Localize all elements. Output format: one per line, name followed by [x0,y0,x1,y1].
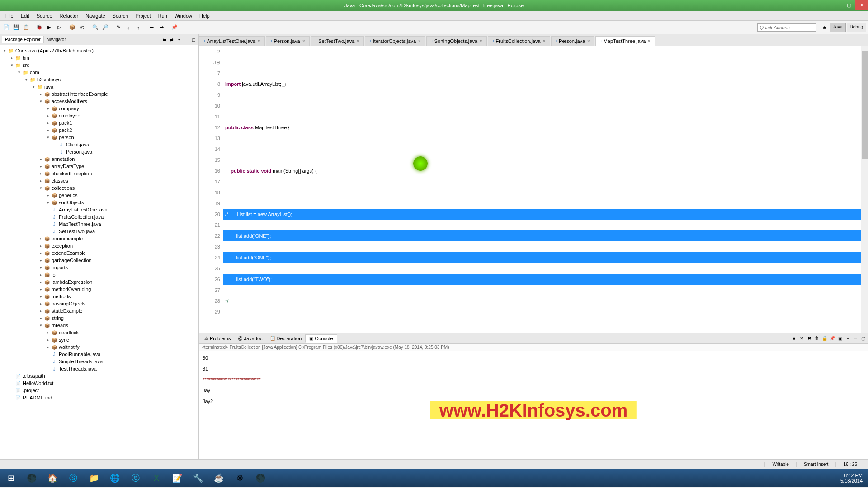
package-explorer-tab[interactable]: Package Explorer [2,36,44,43]
menu-edit[interactable]: Edit [17,12,33,19]
problems-tab[interactable]: ⚠ Problems [201,335,234,342]
scroll-lock-icon[interactable]: 🔒 [821,335,828,342]
quick-access-input[interactable] [757,23,816,32]
tree-access[interactable]: accessModifiers [52,99,87,104]
tree-maptest-java[interactable]: MapTestThree.java [59,221,101,227]
tree-static[interactable]: staticExample [52,308,82,314]
tree-sortobj[interactable]: sortObjects [59,200,84,205]
menu-source[interactable]: Source [33,12,56,19]
declaration-tab[interactable]: 📋 Declaration [266,335,306,342]
code-editor[interactable]: 2 3⊕ 7 8 9 10 11 12 13 14 15 16 17 18 19… [199,46,868,333]
prev-annotation-button[interactable]: ↑ [134,23,143,32]
tree-gc[interactable]: garbageCollection [52,258,92,263]
tree-readme[interactable]: README.md [23,395,52,400]
chrome-icon[interactable]: 🌐 [106,471,124,485]
minimize-console-icon[interactable]: ─ [852,335,859,342]
close-button[interactable]: ✕ [855,0,868,10]
back-button[interactable]: ⬅ [147,23,156,32]
tree-abstract[interactable]: abstractInterfaceExample [52,91,108,97]
new-class-button[interactable]: © [78,23,87,32]
save-button[interactable]: 💾 [12,23,21,32]
tab-iterator[interactable]: JIteratorObjects.java✕ [365,36,425,46]
tree-override[interactable]: methodOverriding [52,286,91,292]
excel-icon[interactable]: X [147,471,165,485]
console-tab[interactable]: ▣ Console [305,334,337,343]
navigator-tab[interactable]: Navigator [44,36,69,43]
tree-poolrun-java[interactable]: PoolRunnable.java [59,352,100,357]
notepad-icon[interactable]: 📝 [168,471,186,485]
tree-deadlock[interactable]: deadlock [59,330,79,335]
tree-io[interactable]: io [52,272,56,277]
system-tray[interactable]: 8:42 PM 5/18/2014 [837,473,866,483]
code-content[interactable]: import java.util.ArrayList;▢ public clas… [223,46,861,333]
tree-classpath[interactable]: .classpath [23,373,45,379]
tab-person1[interactable]: JPerson.java✕ [266,36,310,46]
tree-pack2[interactable]: pack2 [59,127,72,133]
tree-src[interactable]: src [23,62,29,68]
tab-arraylist[interactable]: JArrayListTestOne.java✕ [199,36,265,46]
terminate-icon[interactable]: ■ [791,335,797,342]
menu-help[interactable]: Help [196,12,213,19]
tree-imports[interactable]: imports [52,265,68,270]
menu-window[interactable]: Window [171,12,196,19]
next-annotation-button[interactable]: ↓ [124,23,133,32]
maximize-button[interactable]: ▢ [843,0,855,10]
tree-passing[interactable]: passingObjects [52,301,85,306]
open-perspective-button[interactable]: ⊞ [820,23,829,32]
app2-icon[interactable]: ☕ [210,471,228,485]
start-button[interactable]: ⊞ [2,471,20,485]
tree-settest-java[interactable]: SetTestTwo.java [59,229,95,234]
tree-person-java[interactable]: Person.java [66,149,92,155]
debug-perspective[interactable]: Debug [847,23,866,32]
tab-fruits[interactable]: JFruitsCollection.java✕ [488,36,550,46]
view-menu-icon[interactable]: ▾ [176,37,182,43]
debug-button[interactable]: 🐞 [35,23,44,32]
tree-waitnotify[interactable]: waitnotify [59,344,80,350]
app1-icon[interactable]: 🔧 [189,471,207,485]
app3-icon[interactable]: ❋ [231,471,249,485]
collapse-all-icon[interactable]: ⇆ [161,37,168,43]
tree-generics[interactable]: generics [59,192,78,198]
pin-editor-button[interactable]: 📌 [170,23,179,32]
tree-arraydt[interactable]: arrayDataType [52,164,84,169]
run-last-button[interactable]: ▷ [55,23,64,32]
tree-arraylist-java[interactable]: ArrayListTestOne.java [59,207,108,212]
tree-enum[interactable]: enumexample [52,236,83,241]
tree-collections[interactable]: collections [52,185,75,191]
ie-icon[interactable]: ⓔ [127,471,145,485]
tree-h2k[interactable]: h2kinfosys [37,77,61,82]
tree-company[interactable]: company [59,106,79,111]
remove-all-icon[interactable]: ✖ [806,335,812,342]
minimize-view-icon[interactable]: ─ [183,37,189,43]
tree-employee[interactable]: employee [59,113,80,118]
tab-person2[interactable]: JPerson.java✕ [551,36,595,46]
maximize-console-icon[interactable]: ▢ [860,335,866,342]
save-all-button[interactable]: 📋 [22,23,31,32]
menu-refactor[interactable]: Refactor [56,12,82,19]
remove-launch-icon[interactable]: ✕ [798,335,805,342]
java-perspective[interactable]: Java [830,23,845,32]
tree-client-java[interactable]: Client.java [66,142,89,147]
new-button[interactable]: 📄 [2,23,11,32]
eclipse-icon[interactable]: 🌑 [23,471,41,485]
tab-sorting[interactable]: JSortingObjects.java✕ [426,36,487,46]
tree-helloworld[interactable]: HelloWorld.txt [23,380,53,386]
tree-testthreads-java[interactable]: TestThreads.java [59,366,97,371]
tree-classes[interactable]: classes [52,178,68,183]
editor-vscrollbar[interactable] [861,46,868,333]
minimize-button[interactable]: ─ [830,0,843,10]
run-button[interactable]: ▶ [45,23,54,32]
tree-sync[interactable]: sync [59,337,69,343]
maximize-view-icon[interactable]: ▢ [190,37,197,43]
tree-lambda[interactable]: lambdaExpression [52,279,93,285]
tree-extend[interactable]: extendExample [52,250,86,256]
explorer-icon[interactable]: 📁 [85,471,103,485]
link-editor-icon[interactable]: ⇄ [169,37,175,43]
home-icon[interactable]: 🏠 [43,471,61,485]
new-package-button[interactable]: 📦 [68,23,77,32]
search-button[interactable]: 🔎 [101,23,110,32]
display-console-icon[interactable]: ▣ [837,335,843,342]
tree-methods[interactable]: methods [52,294,71,299]
javadoc-tab[interactable]: @ Javadoc [234,335,266,342]
tree-threads[interactable]: threads [52,323,68,328]
